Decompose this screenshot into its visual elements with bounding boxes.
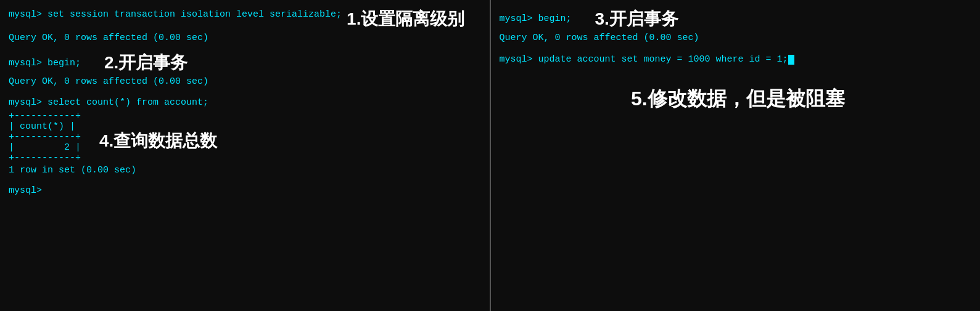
table-sep1: +-----------+ <box>9 111 81 121</box>
left-terminal: mysql> set session transaction isolation… <box>0 0 491 311</box>
annotation-1: 1.设置隔离级别 <box>347 7 464 31</box>
left-line8: 1 row in set (0.00 sec) <box>9 163 481 177</box>
terminal-cursor <box>788 55 794 65</box>
annotation-2: 2.开启事务 <box>104 51 187 75</box>
right-line1: mysql> begin; <box>500 12 572 26</box>
left-line7: mysql> select count(*) from account; <box>9 95 481 110</box>
left-line1: mysql> set session transaction isolation… <box>9 7 342 22</box>
right-terminal: mysql> begin; 3.开启事务 Query OK, 0 rows af… <box>491 0 981 311</box>
left-prompt: mysql> <box>9 184 481 198</box>
left-line2: Query OK, 0 rows affected (0.00 sec) <box>9 31 481 45</box>
annotation-4: 4.查询数据总数 <box>99 129 217 153</box>
right-line2: Query OK, 0 rows affected (0.00 sec) <box>500 31 972 45</box>
right-line4: mysql> update account set money = 1000 w… <box>500 52 788 67</box>
table-sep2: +-----------+ <box>9 132 81 142</box>
table-header: | count(*) | <box>9 121 81 132</box>
annotation-5: 5.修改数据，但是被阻塞 <box>631 87 845 110</box>
left-line4: mysql> begin; <box>9 56 81 70</box>
table-value: | 2 | <box>9 142 81 153</box>
annotation-3: 3.开启事务 <box>595 7 678 31</box>
table-sep3: +-----------+ <box>9 153 81 163</box>
left-line5: Query OK, 0 rows affected (0.00 sec) <box>9 75 481 89</box>
